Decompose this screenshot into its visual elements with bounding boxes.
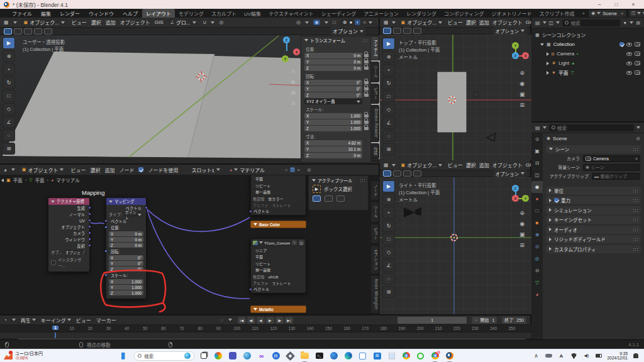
- gizmo-x-axis[interactable]: X: [293, 48, 300, 55]
- current-frame-field[interactable]: 1: [397, 317, 467, 324]
- notifications-bell-icon[interactable]: [631, 351, 640, 360]
- image-texture-node-basecolor[interactable]: TCom_Concrete... ○ ◫ リニア 平面 リピート 単一画像 色空…: [250, 238, 306, 293]
- zoom-icon[interactable]: ⊕: [519, 210, 525, 216]
- filter-funnel-icon[interactable]: ▼: [623, 21, 627, 25]
- auto-keyframe-icon[interactable]: ◌: [220, 317, 223, 323]
- onedrive-cloud-icon[interactable]: [544, 351, 553, 360]
- menu-view[interactable]: ビュー: [76, 317, 91, 324]
- gizmo-z-neg[interactable]: [512, 205, 519, 212]
- ime-language-icon[interactable]: A: [557, 351, 565, 360]
- hide-eye-icon[interactable]: [626, 52, 632, 56]
- select-mode-lasso-icon[interactable]: [413, 28, 421, 34]
- editor-type-icon[interactable]: ◕: [4, 167, 7, 173]
- tool-select-box-icon[interactable]: ▶: [382, 180, 395, 192]
- tray-clock[interactable]: 9:35 2024/12/01: [607, 351, 628, 361]
- menu-select[interactable]: 選択: [91, 19, 101, 26]
- tool-select-box-icon[interactable]: ▶: [3, 37, 15, 49]
- timeline-track-area[interactable]: [0, 332, 531, 338]
- menu-add[interactable]: 追加: [479, 19, 489, 26]
- props-tab-data[interactable]: ▽: [531, 277, 543, 288]
- outliner-search-input[interactable]: 検索: [562, 19, 620, 26]
- shading-material-icon[interactable]: ◐: [355, 19, 360, 25]
- output-window[interactable]: ウィンドウ: [48, 236, 89, 243]
- nav-gizmo[interactable]: Z X Y: [503, 186, 531, 214]
- pan-hand-icon[interactable]: ◉: [519, 221, 525, 227]
- map-rot-z[interactable]: Z0°: [109, 266, 143, 272]
- workspace-tab-uv[interactable]: UV編集: [240, 9, 265, 18]
- section-units[interactable]: 単位: [546, 187, 641, 195]
- scale-y-field[interactable]: Y1.000: [304, 119, 362, 125]
- npanel-tab-biome[interactable]: Biome-Reader: [371, 105, 379, 142]
- shading-wireframe-icon[interactable]: ⊕: [343, 19, 347, 25]
- nav-gizmo[interactable]: Z Y X: [275, 36, 301, 64]
- select-mode-tweak-icon[interactable]: [393, 28, 401, 34]
- map-scale-z[interactable]: Z1.000: [109, 290, 143, 295]
- terminal-icon[interactable]: >_: [314, 351, 325, 361]
- shading-rendered-icon[interactable]: ○: [363, 19, 366, 25]
- xray-toggle-icon[interactable]: □: [333, 19, 336, 25]
- workspace-tab-scripting[interactable]: スクリプト作成: [535, 9, 578, 18]
- shader-tab-options[interactable]: オプション: [371, 245, 379, 274]
- workspace-tab-rendering[interactable]: レンダリング: [402, 9, 440, 18]
- gizmo-y-axis[interactable]: Y: [522, 195, 529, 202]
- props-tab-particles[interactable]: ⊙: [531, 241, 543, 253]
- properties-search-input[interactable]: 検索: [549, 124, 634, 131]
- section-audio[interactable]: オーディオ: [546, 226, 641, 234]
- tool-transform-icon[interactable]: ◇: [382, 246, 395, 258]
- timeline-ruler[interactable]: 1102030405060708090100110120130140150160…: [0, 325, 531, 332]
- grid-toggle-icon[interactable]: ⊞: [519, 242, 525, 248]
- lock-icon[interactable]: [364, 114, 369, 118]
- section-simulation[interactable]: シミュレーション: [546, 206, 641, 214]
- tool-rotate-icon[interactable]: ↻: [3, 77, 15, 89]
- projection-row[interactable]: 平面: [253, 254, 303, 260]
- menu-add[interactable]: 追加: [106, 19, 116, 26]
- select-mode-box-icon[interactable]: [383, 170, 391, 177]
- menu-add[interactable]: 追加: [104, 167, 114, 173]
- output-object[interactable]: オブジェクト: [48, 224, 89, 230]
- workspace-tab-geonodes[interactable]: ジオメトリノード: [487, 9, 535, 18]
- r-app-icon[interactable]: R: [270, 351, 281, 361]
- rotation-x-field[interactable]: X0°: [304, 80, 362, 85]
- tool-options-dropdown[interactable]: オプション: [493, 170, 528, 178]
- shader-tab-item[interactable]: アイテム: [371, 315, 379, 315]
- shader-mode-dropdown[interactable]: ▣オブジェクト: [19, 166, 67, 174]
- outliner-row-object[interactable]: ▼ 平面 ▽: [533, 68, 643, 77]
- visual-studio-icon[interactable]: ∞: [256, 351, 267, 361]
- play-button[interactable]: ▶: [266, 317, 274, 324]
- overlays-toggle-icon[interactable]: ◉: [313, 19, 320, 25]
- base-color-section[interactable]: Base Color: [250, 221, 306, 228]
- lock-icon[interactable]: [364, 127, 369, 130]
- map-loc-x[interactable]: X0 m: [109, 231, 143, 236]
- select-mode-extend-icon[interactable]: [325, 195, 333, 202]
- projection-row[interactable]: 平面: [253, 176, 303, 182]
- tool-cursor-icon[interactable]: ⊕: [382, 51, 395, 63]
- outliner-row-object[interactable]: ☀ Light ●: [533, 58, 643, 68]
- fake-user-icon[interactable]: ○: [292, 240, 297, 245]
- props-tab-tool[interactable]: ⊙: [531, 133, 543, 145]
- active-clip-field[interactable]: ▬ 動画クリップ: [592, 173, 640, 180]
- disable-render-icon[interactable]: [635, 70, 640, 75]
- taskbar-search[interactable]: 検索: [134, 351, 194, 361]
- map-scale-y[interactable]: Y1.000: [109, 285, 143, 290]
- viewport-top-canvas[interactable]: トップ・平行投影 (1) Collection | 平面 メートル ▶ ⊕ + …: [380, 35, 531, 160]
- texture-coordinate-node[interactable]: テクスチャ座標 生成 ノーマル UV オブジェクト カメラ ウィンドウ 反射 オ…: [48, 197, 90, 272]
- menu-object[interactable]: オブジェクト: [492, 162, 523, 168]
- disable-render-icon[interactable]: [635, 42, 640, 47]
- rotation-z-field[interactable]: Z0°: [304, 92, 362, 98]
- props-tab-viewlayer[interactable]: ◫: [531, 169, 543, 181]
- gizmo-y-axis[interactable]: Y: [512, 42, 519, 49]
- maximize-button[interactable]: □: [609, 1, 623, 8]
- minimize-button[interactable]: –: [592, 1, 606, 8]
- props-tab-object[interactable]: ■: [531, 217, 543, 229]
- menu-view[interactable]: ビュー: [70, 167, 86, 173]
- select-mode-box-icon[interactable]: [313, 195, 321, 202]
- menu-marker[interactable]: マーカー: [96, 317, 116, 324]
- outliner-row-collection[interactable]: ▦ Collection: [533, 40, 643, 49]
- shader-tab-tool[interactable]: ツール: [371, 202, 379, 222]
- hide-eye-icon[interactable]: [626, 71, 632, 75]
- pan-hand-icon[interactable]: ◉: [291, 79, 296, 85]
- tool-measure-icon[interactable]: ◌: [382, 273, 395, 285]
- shader-tab-node[interactable]: ノード: [371, 180, 379, 200]
- source-row[interactable]: 単一画像: [253, 267, 303, 273]
- browser-globe-icon[interactable]: [242, 351, 252, 361]
